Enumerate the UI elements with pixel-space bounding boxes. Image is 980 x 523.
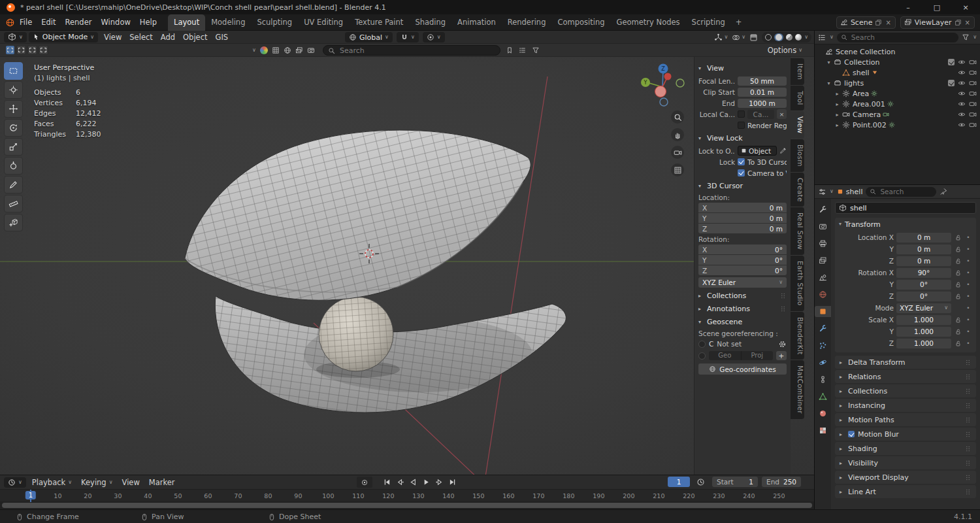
animate-dot[interactable]: • <box>965 281 972 288</box>
delete-viewlayer-button[interactable]: × <box>964 19 971 26</box>
outliner-search-input[interactable] <box>850 33 955 42</box>
tool-rotate[interactable] <box>4 119 23 137</box>
auto-keying-button[interactable] <box>357 477 372 488</box>
outliner-row-shell[interactable]: shell <box>815 67 980 78</box>
properties-tab-particles[interactable] <box>815 340 831 351</box>
lock-icon[interactable] <box>955 281 962 288</box>
outliner-row-point-002[interactable]: ▸Point.002 <box>815 120 980 130</box>
workspace-tab-sculpting[interactable]: Sculpting <box>251 14 298 31</box>
number-field[interactable]: 0° <box>896 280 951 290</box>
workspace-tab-layout[interactable]: Layout <box>168 14 205 31</box>
section-collections[interactable]: ▸Collections <box>835 384 976 397</box>
annotations-section-header[interactable]: ▸ Annotations <box>698 303 787 314</box>
crs-radio[interactable] <box>698 341 706 348</box>
outliner-editor-icon[interactable] <box>818 33 826 42</box>
animate-dot[interactable]: • <box>965 316 972 323</box>
select-mode-new[interactable] <box>5 45 15 55</box>
number-field[interactable]: Y0 m <box>698 213 787 223</box>
lock-icon[interactable] <box>955 269 962 277</box>
menu-edit[interactable]: Edit <box>37 16 60 28</box>
options-button[interactable]: Options ∨ <box>768 45 802 56</box>
timeline-ruler[interactable]: 1 11020304050607080901001101201301401501… <box>0 489 814 502</box>
sidebar-tab-view[interactable]: View <box>791 111 804 139</box>
animate-dot[interactable]: • <box>965 340 972 346</box>
expand-caret[interactable]: ▸ <box>834 112 840 118</box>
outliner-row-lights[interactable]: ▾lights <box>815 78 980 88</box>
mode-dropdown[interactable]: XYZ Euler∨ <box>896 303 951 313</box>
tool-measure[interactable] <box>4 195 23 212</box>
expand-caret[interactable]: ▸ <box>834 91 840 97</box>
menu-file[interactable]: File <box>15 16 37 28</box>
add-crs-button[interactable]: + <box>776 351 787 360</box>
number-field[interactable]: 1.000 <box>896 339 951 348</box>
clear-button[interactable]: × <box>777 109 787 119</box>
timeline-menu-marker[interactable]: Marker <box>144 477 180 488</box>
viewport-menu-add[interactable]: Add <box>157 33 179 42</box>
outliner-search[interactable] <box>837 33 958 42</box>
mode-selector[interactable]: Object Mode ∨ <box>29 32 98 42</box>
number-field[interactable]: Z0° <box>698 265 787 275</box>
properties-tab-render[interactable] <box>815 221 831 232</box>
sidebar-tab-create[interactable]: Create <box>791 173 804 207</box>
workspace-tab-animation[interactable]: Animation <box>451 14 502 31</box>
play-button[interactable] <box>420 477 432 488</box>
keying-clock-icon[interactable] <box>696 478 705 486</box>
section-motion-blur[interactable]: ▸Motion Blur <box>835 428 976 441</box>
expand-caret[interactable]: ▸ <box>834 122 840 128</box>
expand-caret[interactable]: ▾ <box>826 80 832 86</box>
viewport-menu-select[interactable]: Select <box>125 33 156 42</box>
number-field[interactable]: 1.000 <box>896 327 951 337</box>
proj-button[interactable]: Proj <box>741 351 774 360</box>
sidebar-tab-matcombiner[interactable]: MatCombiner <box>791 360 804 419</box>
workspace-tab-geometry-nodes[interactable]: Geometry Nodes <box>611 14 686 31</box>
section-viewport-display[interactable]: ▸Viewport Display <box>835 471 976 484</box>
section-motion-paths[interactable]: ▸Motion Paths <box>835 413 976 426</box>
view-section-header[interactable]: ▾ View <box>698 62 787 74</box>
timeline-menu-keying[interactable]: Keying∨ <box>76 477 118 488</box>
number-field[interactable]: 50 mm <box>738 76 787 86</box>
projection-radio[interactable] <box>698 352 706 360</box>
tool-box-select[interactable] <box>4 62 23 80</box>
viewport-menu-object[interactable]: Object <box>179 33 211 42</box>
tool-move[interactable] <box>4 100 23 118</box>
tool-annotate[interactable] <box>4 176 23 194</box>
properties-tab-object[interactable] <box>815 306 831 317</box>
shading-solid-button[interactable] <box>774 33 783 41</box>
section-instancing[interactable]: ▸Instancing <box>835 399 976 412</box>
gis-basemap-icon[interactable] <box>260 46 268 54</box>
navigation-gizmo[interactable]: Z Y <box>639 61 686 108</box>
close-button[interactable]: × <box>951 0 980 14</box>
show-overlays-button[interactable]: ∨ <box>732 33 745 42</box>
animate-dot[interactable]: • <box>965 246 972 252</box>
search-input[interactable] <box>338 46 495 56</box>
shading-material-button[interactable] <box>786 34 792 41</box>
timeline-editor-button[interactable]: ∨ <box>4 477 26 488</box>
workspace-tab-shading[interactable]: Shading <box>409 14 451 31</box>
frame-end-field[interactable]: End 250 <box>762 477 801 487</box>
camera-view-button[interactable] <box>671 146 684 159</box>
add-workspace-button[interactable]: + <box>731 14 747 31</box>
lock-icon[interactable] <box>955 293 962 300</box>
exclude-checkbox[interactable] <box>948 80 955 86</box>
zoom-button[interactable] <box>671 110 684 124</box>
local-camera-field[interactable]: Ca... <box>747 110 774 119</box>
eye-icon[interactable] <box>958 69 966 76</box>
lock-icon[interactable] <box>955 234 962 241</box>
eye-icon[interactable] <box>958 100 966 108</box>
workspace-tab-texture-paint[interactable]: Texture Paint <box>349 14 409 31</box>
outliner-row-area[interactable]: ▸Area <box>815 88 980 99</box>
number-field[interactable]: Y0° <box>698 255 787 265</box>
gis-globe-icon[interactable] <box>284 46 291 54</box>
to-3d-cursor-checkbox[interactable] <box>738 158 745 165</box>
select-mode-extend[interactable] <box>16 45 26 55</box>
duplicate-viewlayer-icon[interactable] <box>955 19 962 26</box>
xray-toggle[interactable] <box>749 33 758 42</box>
euler-order-dropdown[interactable]: XYZ Euler ∨ <box>698 277 787 288</box>
outliner-row-camera[interactable]: ▸Camera <box>815 109 980 120</box>
properties-tab-view-layer[interactable] <box>815 255 831 266</box>
motion-blur-checkbox[interactable] <box>848 431 855 437</box>
expand-caret[interactable]: ▸ <box>834 101 840 107</box>
animate-dot[interactable]: • <box>965 258 972 264</box>
properties-tab-scene[interactable] <box>815 272 831 283</box>
proportional-edit-button[interactable]: ∨ <box>423 32 445 42</box>
